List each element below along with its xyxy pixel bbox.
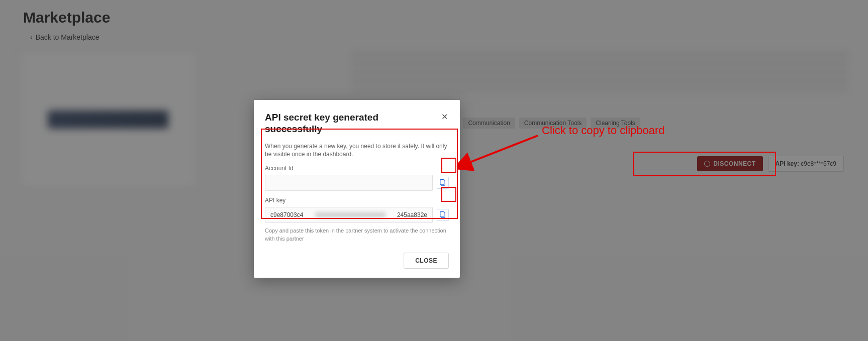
svg-rect-1 (440, 180, 444, 185)
modal-footer: CLOSE (265, 253, 449, 269)
account-id-row (265, 175, 449, 191)
clipboard-icon (440, 211, 446, 218)
copy-api-key-button[interactable] (437, 209, 449, 221)
api-key-left: c9e87003c4 (270, 211, 303, 218)
copy-account-id-button[interactable] (437, 177, 449, 189)
api-key-mid-blurred (315, 212, 385, 217)
modal-helper-text: Copy and paste this token in the partner… (265, 227, 449, 243)
account-id-value[interactable] (265, 175, 433, 191)
svg-rect-3 (440, 212, 444, 217)
close-icon[interactable]: ✕ (440, 112, 449, 122)
modal-description: When you generate a new key, you need to… (265, 142, 449, 159)
api-key-right: 245aa832e (397, 211, 427, 218)
modal-body: When you generate a new key, you need to… (265, 142, 449, 243)
api-key-field-label: API key (265, 197, 449, 204)
account-id-label: Account Id (265, 165, 449, 172)
api-key-field-value[interactable]: c9e87003c4 245aa832e (265, 207, 433, 223)
clipboard-icon (440, 179, 446, 186)
api-key-row: c9e87003c4 245aa832e (265, 207, 449, 223)
close-button[interactable]: CLOSE (404, 253, 449, 269)
modal-title: API secret key generated successfully (265, 112, 440, 135)
modal-header: API secret key generated successfully ✕ (265, 112, 449, 135)
api-key-modal: API secret key generated successfully ✕ … (254, 100, 460, 278)
